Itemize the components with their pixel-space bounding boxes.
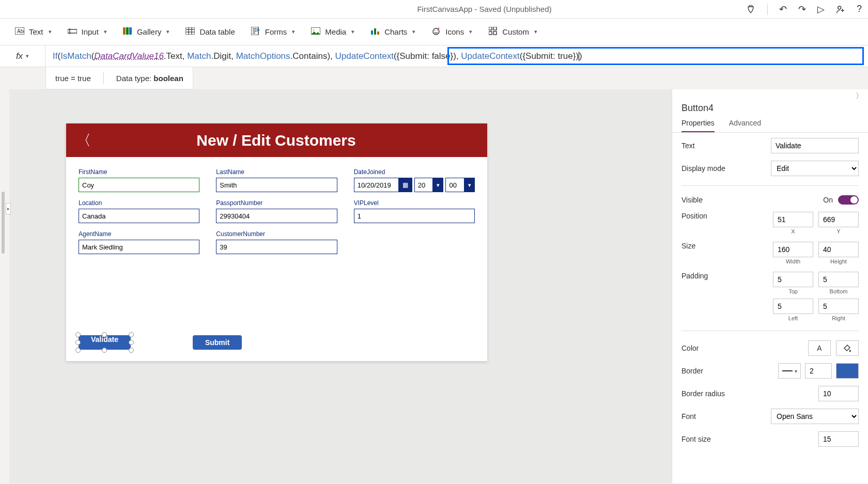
share-icon[interactable] [836,5,845,14]
date-input[interactable] [354,178,399,192]
ribbon-icons[interactable]: Icons▾ [431,27,472,37]
play-icon[interactable]: ▷ [817,4,825,15]
ribbon-custom[interactable]: Custom▾ [488,27,537,37]
size-label: Size [681,242,773,250]
width-input[interactable] [773,242,813,257]
redo-icon[interactable]: ↷ [798,4,806,15]
canvas-area[interactable]: 〈 New / Edit Customers FirstName LastNam… [9,89,672,483]
padding-left-input[interactable] [773,299,813,314]
tok-close2: ) [579,51,582,61]
fontsize-input[interactable] [818,431,859,447]
border-color-swatch[interactable] [836,363,859,379]
collapse-props-icon[interactable]: 〉 [856,91,863,101]
ribbon-text[interactable]: Abc Text▾ [14,27,52,37]
firstname-label: FirstName [79,168,199,176]
svg-point-1 [838,6,841,9]
resize-handle[interactable] [75,340,81,345]
fill-color-button[interactable] [836,340,859,356]
ribbon-datatable[interactable]: Data table [185,27,235,37]
ribbon-charts-label: Charts [384,27,407,36]
padding-bottom-input[interactable] [818,272,859,287]
font-color-button[interactable]: A [808,340,831,356]
resize-handle[interactable] [129,348,134,353]
svg-text:Abc: Abc [17,28,24,34]
ribbon-charts[interactable]: Charts▾ [370,27,415,37]
displaymode-select[interactable]: Edit [771,161,859,176]
insert-ribbon: Abc Text▾ Input▾ Gallery▾ Data table For… [0,19,868,45]
borderradius-label: Border radius [681,389,818,398]
ribbon-media-label: Media [325,27,346,36]
font-select[interactable]: Open Sans [771,409,859,424]
borderradius-input[interactable] [818,386,859,401]
field-agentname: AgentName [79,230,199,254]
minute-dropdown-icon[interactable]: ▾ [464,178,475,192]
border-style-select[interactable]: ▾ [778,363,801,379]
border-width-input[interactable] [805,363,832,379]
svg-rect-19 [377,32,379,35]
fx-label[interactable]: fx▾ [0,45,45,67]
displaymode-label: Display mode [681,164,771,173]
tok-close1: ), [327,51,332,61]
color-label: Color [681,344,808,352]
firstname-input[interactable] [79,178,199,192]
passport-input[interactable] [216,209,337,223]
location-input[interactable] [79,209,199,223]
lastname-label: LastName [216,168,337,176]
text-icon: Abc [14,27,25,37]
undo-icon[interactable]: ↶ [779,4,787,15]
prop-size: Size Width Height [681,242,859,264]
tab-advanced[interactable]: Advanced [729,119,761,132]
ribbon-media[interactable]: Media▾ [311,27,354,37]
hour-dropdown-icon[interactable]: ▾ [433,178,443,192]
resize-handle[interactable] [75,332,81,337]
button-row: Validate Submit [79,335,242,350]
padding-top-input[interactable] [773,272,813,287]
datejoined-label: DateJoined [354,168,475,176]
agentname-input[interactable] [79,240,199,254]
padding-right-input[interactable] [818,299,859,314]
lastname-input[interactable] [216,178,337,192]
formula-input[interactable]: If(IsMatch(DataCardValue16.Text, Match.D… [45,45,868,67]
resize-handle[interactable] [129,340,134,345]
resize-handle[interactable] [129,332,134,337]
svg-rect-8 [129,27,132,35]
gallery-icon [122,27,133,37]
svg-rect-9 [185,27,195,35]
text-input[interactable] [771,138,859,153]
tree-scrollbar[interactable] [2,192,5,254]
svg-point-16 [313,29,315,30]
customernumber-input[interactable] [216,240,337,254]
calendar-icon[interactable]: ▦ [399,178,412,192]
tab-properties[interactable]: Properties [681,119,715,132]
tok-ismatch: IsMatch [60,51,91,61]
viplevel-input[interactable] [354,209,475,223]
svg-point-20 [433,28,439,35]
left-gutter: ▸ [0,89,9,483]
ribbon-gallery[interactable]: Gallery▾ [122,27,170,37]
hour-input[interactable] [414,178,433,192]
custom-icon [488,27,498,37]
submit-button[interactable]: Submit [193,335,242,350]
ribbon-forms[interactable]: Forms▾ [251,27,296,37]
height-sublabel: Height [830,258,847,264]
validate-button[interactable]: Validate [79,335,131,350]
padding-label: Padding [681,272,773,280]
ribbon-input[interactable]: Input▾ [67,27,107,37]
y-sublabel: Y [836,228,840,235]
app-checker-icon[interactable] [746,4,756,14]
fontsize-label: Font size [681,435,818,443]
minute-input[interactable] [445,178,464,192]
help-icon[interactable]: ? [857,4,862,14]
prop-borderradius: Border radius [681,386,859,401]
position-y-input[interactable] [818,212,859,227]
tree-flyout-icon[interactable]: ▸ [6,203,11,214]
resize-handle[interactable] [75,348,81,353]
position-x-input[interactable] [773,212,813,227]
tok-text: .Text [164,51,182,61]
visible-toggle[interactable] [838,195,859,205]
tok-st: ({Submit: true}) [520,51,579,61]
prop-list: Text Display mode Edit Visible On Positi… [672,133,868,452]
resize-handle[interactable] [102,348,107,353]
height-input[interactable] [818,242,859,257]
location-label: Location [79,199,199,207]
